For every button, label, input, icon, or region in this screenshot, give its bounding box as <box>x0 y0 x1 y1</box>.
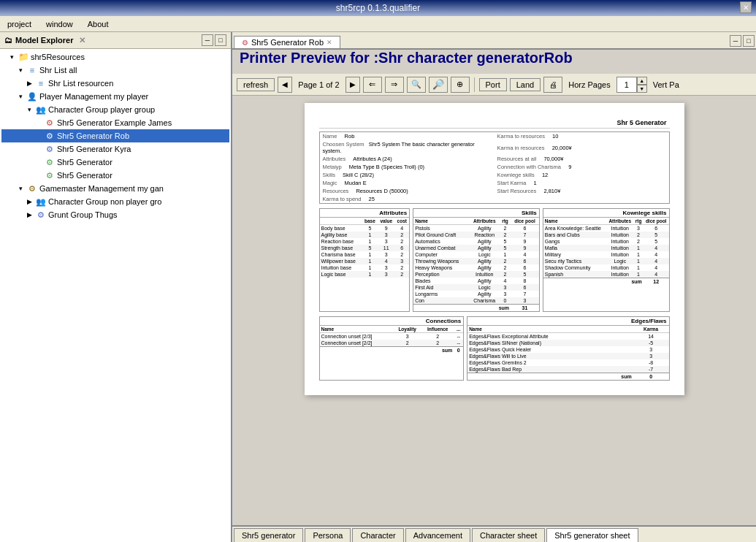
tree-item-kyra[interactable]: ⚙ Shr5 Generator Kyra <box>1 142 229 156</box>
expand-icon-examplejames <box>34 118 42 127</box>
tab-shr5generator[interactable]: Shr5 generator <box>234 528 303 542</box>
page-first-button[interactable]: ⇐ <box>363 77 382 93</box>
skills-header: Skills <box>413 209 539 218</box>
skill-col-attr: Attributes <box>470 218 500 225</box>
tree-item-shr5resources[interactable]: ▾ 📁 shr5Resources <box>1 50 229 64</box>
horz-pages-input[interactable] <box>616 77 637 93</box>
connections-table: Name Loyality Influence ... Connection u… <box>320 326 464 354</box>
expand-icon-charnonplayer[interactable]: ▶ <box>25 197 34 206</box>
skill-col-dice: dice pool <box>511 218 539 225</box>
menu-window[interactable]: window <box>42 18 77 30</box>
tab-shr5generatorsheet[interactable]: Shr5 generator sheet <box>546 528 638 542</box>
tab-charactersheet[interactable]: Character sheet <box>472 528 545 542</box>
grunt-icon: ⚙ <box>35 209 47 221</box>
skills-table: Name Attributes rtg dice pool PistolsAgi… <box>413 218 539 311</box>
attributes-header: Attributes <box>320 209 410 218</box>
tree-item-shrlistall[interactable]: ▾ ≡ Shr List all <box>1 64 229 77</box>
land-button[interactable]: Land <box>510 78 541 91</box>
menu-about[interactable]: About <box>83 18 113 30</box>
tree-item-shrlistresourcen[interactable]: ▶ ≡ Shr List resourcen <box>1 77 229 90</box>
table-row: Throwing WeaponsAgility26 <box>413 258 539 264</box>
tree-label-shrgenerator1: Shr5 Generator <box>57 158 112 167</box>
separator <box>474 77 475 92</box>
table-row: Connection unset [2/3]32-- <box>320 333 464 340</box>
panel-restore-button[interactable]: □ <box>743 35 755 47</box>
model-explorer-icon: 🗂 <box>4 36 12 45</box>
page-forward-button[interactable]: ▶ <box>345 77 360 93</box>
app-title: shr5rcp 0.1.3.qualifier <box>336 3 420 13</box>
tab-close-button[interactable]: ✕ <box>327 39 332 46</box>
basic-info-table: Name Rob Karma to resources 10 Choosen S… <box>320 132 669 203</box>
zoom-out-button[interactable]: 🔎 <box>429 77 448 93</box>
tab-charactersheet-label: Character sheet <box>480 531 537 540</box>
tree-item-gruntgroup[interactable]: ▶ ⚙ Grunt Group Thugs <box>1 208 229 221</box>
skills-sum-row: sum31 <box>413 305 539 312</box>
horz-pages-spin[interactable]: ▲ ▼ <box>616 77 647 93</box>
panel-maximize-button[interactable]: □ <box>215 34 226 46</box>
tree-item-rob[interactable]: ⚙ Shr5 Generator Rob <box>1 129 229 142</box>
conn-col-influence: Influence <box>421 326 454 333</box>
panel-minimize-button[interactable]: ─ <box>202 34 213 46</box>
tab-label-rob: Shr5 Generator Rob <box>251 38 324 47</box>
expand-icon-gruntgroup[interactable]: ▶ <box>25 210 34 219</box>
panel-header: 🗂 Model Explorer ✕ ─ □ <box>0 32 231 49</box>
tab-persona[interactable]: Persona <box>305 528 351 542</box>
refresh-button[interactable]: refresh <box>237 78 275 91</box>
expand-icon-shr5resources[interactable]: ▾ <box>7 53 16 61</box>
expand-icon-playermanagement[interactable]: ▾ <box>16 92 25 101</box>
skill-col-rtg: rtg <box>500 218 511 225</box>
spin-up-button[interactable]: ▲ <box>637 77 647 85</box>
tree-item-shrgenerator2[interactable]: ⚙ Shr5 Generator <box>1 169 229 182</box>
menu-project[interactable]: project <box>3 18 36 30</box>
tree-label-playermanagement: Player Management my player <box>39 92 148 101</box>
connections-header: Connections <box>320 317 464 326</box>
attributes-table: base value cost Body base594 Agility bas… <box>320 218 410 278</box>
bottom-tabs: Shr5 generator Persona Character Advance… <box>232 525 756 542</box>
tree-label-charnonplayer: Character Group non player gro <box>48 197 161 206</box>
player-icon: 👤 <box>26 91 38 102</box>
vert-pages-label: Vert Pa <box>650 80 682 89</box>
table-row: Heavy WeaponsAgility26 <box>413 264 539 271</box>
list-icon: ≡ <box>26 64 38 76</box>
expand-icon-rob <box>34 131 42 140</box>
table-row: Edges&Flaws Gremlins 2-8 <box>467 359 668 366</box>
kskill-col-rtg: rtg <box>633 218 644 225</box>
kskill-col-name: Name <box>543 218 606 225</box>
spin-down-button[interactable]: ▼ <box>637 85 647 93</box>
kskills-sum-row: sum12 <box>543 278 669 286</box>
tree-item-playermanagement[interactable]: ▾ 👤 Player Management my player <box>1 90 229 103</box>
zoom-fit-button[interactable]: ⊕ <box>451 77 470 93</box>
close-window-button[interactable]: ✕ <box>740 1 752 13</box>
tree-item-gamemaster[interactable]: ▾ ⚙ Gamemaster Management my gan <box>1 182 229 195</box>
ef-col-karma: Karma <box>633 326 669 333</box>
connections-section: Connections Name Loyality Influence ... <box>319 316 465 381</box>
attr-col-name <box>320 218 362 225</box>
table-row: Pilot Ground CraftReaction27 <box>413 232 539 238</box>
expand-icon-shrlistresourcen[interactable]: ▶ <box>25 79 34 88</box>
expand-icon-gamemaster[interactable]: ▾ <box>16 184 25 193</box>
table-row: Edges&Flaws Quick Healer3 <box>467 346 668 353</box>
page-back-button[interactable]: ◀ <box>278 77 292 93</box>
zoom-in-button[interactable]: 🔍 <box>407 77 426 93</box>
menu-bar: project window About <box>0 16 756 32</box>
table-row: Edges&Flaws Will to Live3 <box>467 353 668 359</box>
panel-min-button[interactable]: ─ <box>730 35 741 47</box>
tab-character[interactable]: Character <box>352 528 403 542</box>
port-button[interactable]: Port <box>479 78 507 91</box>
page-last-button[interactable]: ⇒ <box>385 77 404 93</box>
expand-icon-charactergroup[interactable]: ▾ <box>25 105 34 114</box>
tree-item-examplejames[interactable]: ⚙ Shr5 Generator Example James <box>1 116 229 129</box>
tree-item-charactergroup[interactable]: ▾ 👥 Character Group player group <box>1 103 229 116</box>
tree-item-charnonplayer[interactable]: ▶ 👥 Character Group non player gro <box>1 195 229 208</box>
tree-label-gruntgroup: Grunt Group Thugs <box>48 210 118 219</box>
two-col-section: Connections Name Loyality Influence ... <box>319 316 670 381</box>
edges-flaws-section: Edges/Flaws Name Karma Edges&Flaws Excep… <box>467 316 669 381</box>
tab-shr5generatorrob[interactable]: ⚙ Shr5 Generator Rob ✕ <box>234 36 340 48</box>
panel-close-icon[interactable]: ✕ <box>79 36 85 45</box>
tree-item-shrgenerator1[interactable]: ⚙ Shr5 Generator <box>1 156 229 169</box>
print-button[interactable]: 🖨 <box>543 77 562 93</box>
tab-advancement[interactable]: Advancement <box>405 528 470 542</box>
expand-icon-shrlistall[interactable]: ▾ <box>16 66 25 75</box>
panel-title: Model Explorer <box>15 36 73 45</box>
horz-pages-label: Horz Pages <box>565 80 613 89</box>
